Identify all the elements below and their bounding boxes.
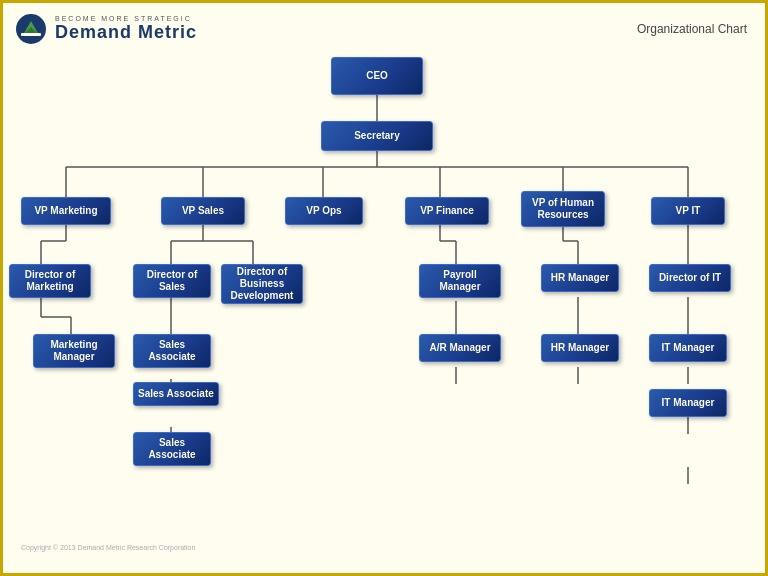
logo-text-area: Become More Strategic Demand Metric xyxy=(55,15,197,43)
logo-area: Become More Strategic Demand Metric xyxy=(15,13,197,45)
chart-area: CEO Secretary VP Marketing VP Sales VP O… xyxy=(3,49,765,559)
vp-it-node: VP IT xyxy=(651,197,725,225)
hr-manager1-node: HR Manager xyxy=(541,264,619,292)
it-manager1-node: IT Manager xyxy=(649,334,727,362)
sales-assoc2-node: Sales Associate xyxy=(133,382,219,406)
vp-hr-node: VP of Human Resources xyxy=(521,191,605,227)
vp-ops-node: VP Ops xyxy=(285,197,363,225)
logo-name: Demand Metric xyxy=(55,22,197,43)
vp-marketing-node: VP Marketing xyxy=(21,197,111,225)
ar-manager-node: A/R Manager xyxy=(419,334,501,362)
footer-text: Copyright © 2013 Demand Metric Research … xyxy=(21,544,195,551)
ceo-node: CEO xyxy=(331,57,423,95)
secretary-node: Secretary xyxy=(321,121,433,151)
marketing-manager-node: Marketing Manager xyxy=(33,334,115,368)
sales-assoc3-node: Sales Associate xyxy=(133,432,211,466)
dir-marketing-node: Director of Marketing xyxy=(9,264,91,298)
vp-sales-node: VP Sales xyxy=(161,197,245,225)
dir-sales-node: Director of Sales xyxy=(133,264,211,298)
sales-assoc1-node: Sales Associate xyxy=(133,334,211,368)
chart-title: Organizational Chart xyxy=(637,22,747,36)
header: Become More Strategic Demand Metric Orga… xyxy=(3,3,765,49)
dir-it-node: Director of IT xyxy=(649,264,731,292)
dir-biz-dev-node: Director of Business Development xyxy=(221,264,303,304)
logo-tagline: Become More Strategic xyxy=(55,15,197,22)
it-manager2-node: IT Manager xyxy=(649,389,727,417)
demand-metric-logo-icon xyxy=(15,13,47,45)
payroll-manager-node: Payroll Manager xyxy=(419,264,501,298)
hr-manager2-node: HR Manager xyxy=(541,334,619,362)
vp-finance-node: VP Finance xyxy=(405,197,489,225)
svg-rect-1 xyxy=(21,33,41,36)
